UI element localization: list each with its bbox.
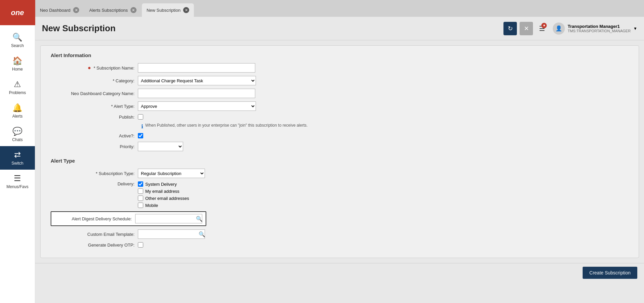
alert-digest-input[interactable] [136, 216, 195, 222]
tab-alerts-subscriptions[interactable]: Alerts Subscriptions ✕ [85, 3, 141, 17]
delivery-group: System Delivery My email address Other e… [138, 181, 189, 208]
tab-new-subscription[interactable]: New Subscription ✕ [142, 3, 194, 17]
subscription-name-row: ● * Subscription Name: [51, 63, 629, 73]
app-logo[interactable]: one [0, 0, 35, 25]
active-checkbox[interactable] [138, 133, 143, 138]
custom-email-input[interactable] [138, 231, 197, 237]
alert-digest-search-button[interactable]: 🔍 [195, 215, 204, 223]
alert-type-section-title: Alert Type [51, 158, 629, 164]
priority-row: Priority: Low Medium High [51, 142, 629, 151]
tab-new-subscription-label: New Subscription [147, 8, 180, 13]
active-row: Active?: [51, 133, 629, 138]
delivery-item-otheremail: Other email addresses [138, 196, 189, 201]
publish-row: Publish: [51, 114, 629, 120]
sidebar: one 🔍 Search 🏠 Home ⚠ Problems 🔔 Alerts … [0, 0, 35, 303]
generate-otp-row: Generate Delivery OTP: [51, 242, 629, 248]
other-email-label: Other email addresses [145, 196, 189, 201]
chats-icon: 💬 [12, 127, 22, 136]
category-label: * Category: [51, 78, 138, 83]
user-role: TMS:TRANSPORTATION_MANAGER [568, 29, 631, 33]
subscription-name-error-icon: ● [88, 65, 91, 71]
neo-dashboard-category-label: Neo Dashboard Category Name: [51, 91, 138, 96]
tab-neo-dashboard-label: Neo Dashboard [40, 8, 70, 13]
other-email-checkbox[interactable] [138, 196, 143, 201]
custom-email-row: Custom Email Template: 🔍 [51, 229, 629, 239]
my-email-label: My email address [145, 189, 179, 194]
subscription-name-input[interactable] [138, 63, 255, 73]
sidebar-item-menus[interactable]: ☰ Menus/Favs [0, 170, 35, 193]
tab-neo-dashboard-close[interactable]: ✕ [73, 7, 79, 13]
user-info: Transportation Manager1 TMS:TRANSPORTATI… [568, 24, 631, 33]
system-delivery-checkbox[interactable] [138, 181, 143, 187]
search-icon: 🔍 [12, 33, 22, 42]
alert-information-title: Alert Information [51, 52, 629, 58]
alert-type-label: * Alert Type: [51, 104, 138, 109]
header-bar: New Subscription ↻ ✕ ☰ ★ 👤 Transportatio… [35, 17, 644, 40]
priority-label: Priority: [51, 144, 138, 149]
sidebar-item-search-label: Search [11, 43, 24, 48]
refresh-button[interactable]: ↻ [503, 22, 517, 35]
problems-icon: ⚠ [14, 80, 21, 89]
main-area: Neo Dashboard ✕ Alerts Subscriptions ✕ N… [35, 0, 644, 303]
sidebar-item-alerts-label: Alerts [12, 114, 23, 119]
notification-badge: ★ [541, 23, 547, 28]
page-title: New Subscription [42, 23, 503, 34]
sidebar-item-home[interactable]: 🏠 Home [0, 52, 35, 76]
neo-dashboard-category-input[interactable] [138, 89, 255, 98]
switch-icon: ⇄ [14, 150, 21, 160]
custom-email-input-wrapper: 🔍 [138, 229, 205, 239]
active-label: Active?: [51, 133, 138, 138]
sidebar-item-problems-label: Problems [9, 90, 26, 95]
sidebar-item-switch-label: Switch [11, 161, 23, 166]
sidebar-item-search[interactable]: 🔍 Search [0, 29, 35, 52]
sidebar-item-alerts[interactable]: 🔔 Alerts [0, 99, 35, 123]
generate-otp-checkbox[interactable] [138, 242, 143, 248]
info-icon: ℹ [141, 123, 143, 130]
mobile-checkbox[interactable] [138, 203, 143, 208]
category-select[interactable]: Additional Charge Request Task Order Ale… [138, 76, 256, 85]
my-email-checkbox[interactable] [138, 188, 143, 194]
subscription-name-label: ● * Subscription Name: [51, 65, 138, 71]
delivery-item-myemail: My email address [138, 188, 189, 194]
mobile-label: Mobile [145, 203, 158, 208]
category-row: * Category: Additional Charge Request Ta… [51, 76, 629, 85]
sidebar-item-problems[interactable]: ⚠ Problems [0, 76, 35, 99]
publish-label: Publish: [51, 115, 138, 120]
tab-new-subscription-close[interactable]: ✕ [183, 7, 189, 13]
content-area: Alert Information ● * Subscription Name:… [35, 40, 644, 303]
system-delivery-label: System Delivery [145, 182, 177, 187]
logo-text: one [11, 8, 24, 17]
alert-digest-label: Alert Digest Delivery Schedule: [55, 216, 135, 221]
user-dropdown-arrow[interactable]: ▼ [633, 26, 637, 31]
footer: Create Subscription [35, 263, 644, 282]
alert-type-row: * Alert Type: Approve Notify Action [51, 101, 629, 111]
alert-digest-highlighted: Alert Digest Delivery Schedule: 🔍 [51, 211, 206, 226]
generate-otp-label: Generate Delivery OTP: [51, 243, 138, 248]
user-section: 👤 Transportation Manager1 TMS:TRANSPORTA… [553, 23, 637, 35]
home-icon: 🏠 [12, 56, 22, 66]
sidebar-item-switch[interactable]: ⇄ Switch [0, 146, 35, 170]
alerts-icon: 🔔 [12, 103, 22, 113]
tab-alerts-subscriptions-label: Alerts Subscriptions [89, 8, 128, 13]
sidebar-item-chats-label: Chats [12, 137, 22, 142]
delivery-label: Delivery: [51, 181, 138, 186]
sidebar-item-chats[interactable]: 💬 Chats [0, 123, 35, 146]
menu-button[interactable]: ☰ ★ [539, 25, 545, 33]
create-subscription-button[interactable]: Create Subscription [583, 267, 637, 279]
alert-digest-row: Alert Digest Delivery Schedule: 🔍 [51, 211, 629, 226]
sidebar-item-home-label: Home [12, 67, 23, 72]
publish-info-row: ℹ When Published, other users in your en… [51, 123, 629, 130]
custom-email-search-button[interactable]: 🔍 [197, 230, 207, 238]
publish-info-text: When Published, other users in your ente… [145, 123, 308, 128]
close-button[interactable]: ✕ [520, 22, 533, 35]
alert-type-select[interactable]: Approve Notify Action [138, 101, 256, 111]
alert-information-card: Alert Information ● * Subscription Name:… [40, 45, 639, 258]
priority-select[interactable]: Low Medium High [138, 142, 183, 151]
subscription-type-label: * Subscription Type: [51, 171, 138, 176]
publish-checkbox[interactable] [138, 114, 143, 120]
tab-neo-dashboard[interactable]: Neo Dashboard ✕ [35, 3, 84, 17]
tab-alerts-subscriptions-close[interactable]: ✕ [130, 7, 137, 13]
subscription-type-select[interactable]: Regular Subscription Digest Subscription [138, 169, 205, 178]
user-name: Transportation Manager1 [568, 24, 631, 29]
delivery-item-mobile: Mobile [138, 203, 189, 208]
